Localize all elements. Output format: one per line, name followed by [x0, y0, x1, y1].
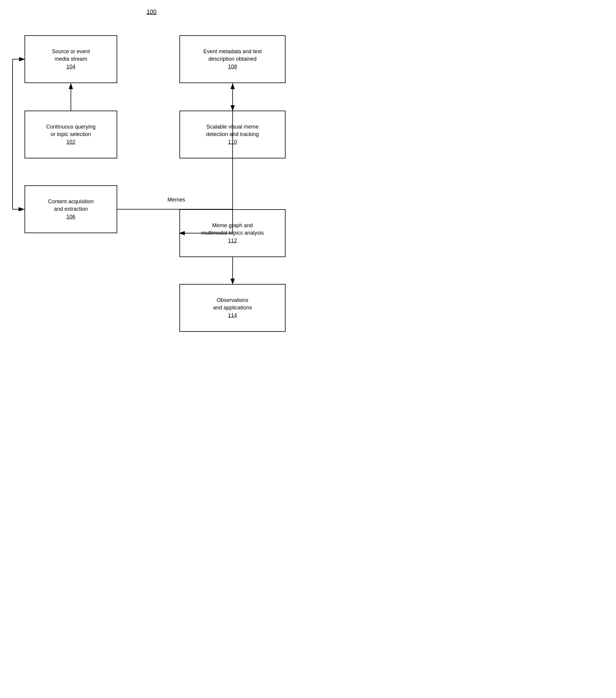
box-104: Source or event media stream 104 [25, 35, 117, 83]
box-104-label: Source or event media stream [52, 48, 90, 63]
box-106: Content acquisition and extraction 106 [25, 185, 117, 233]
memes-label: Memes [167, 197, 185, 203]
box-102-number: 102 [66, 138, 76, 146]
box-114: Observations and applications 114 [179, 284, 286, 332]
box-104-number: 104 [66, 63, 76, 71]
box-112-label: Meme graph and multimodal topics analysi… [201, 222, 264, 237]
box-102-label: Continuous querying or topic selection [46, 123, 95, 138]
box-110: Scalable visual meme detection and track… [179, 111, 286, 158]
box-110-label: Scalable visual meme detection and track… [206, 123, 259, 138]
box-106-number: 106 [66, 213, 76, 221]
box-114-label: Observations and applications [213, 296, 252, 311]
box-106-label: Content acquisition and extraction [48, 198, 94, 213]
box-110-number: 110 [228, 138, 237, 146]
box-108-number: 108 [228, 63, 237, 71]
box-112: Meme graph and multimodal topics analysi… [179, 209, 286, 257]
box-108-label: Event metadata and text description obta… [203, 48, 262, 63]
box-108: Event metadata and text description obta… [179, 35, 286, 83]
box-114-number: 114 [228, 312, 237, 319]
diagram-title: 100 [147, 9, 156, 15]
diagram-container: 100 Source or event media stream 104 Con… [0, 0, 308, 349]
box-112-number: 112 [228, 237, 237, 245]
box-102: Continuous querying or topic selection 1… [25, 111, 117, 158]
